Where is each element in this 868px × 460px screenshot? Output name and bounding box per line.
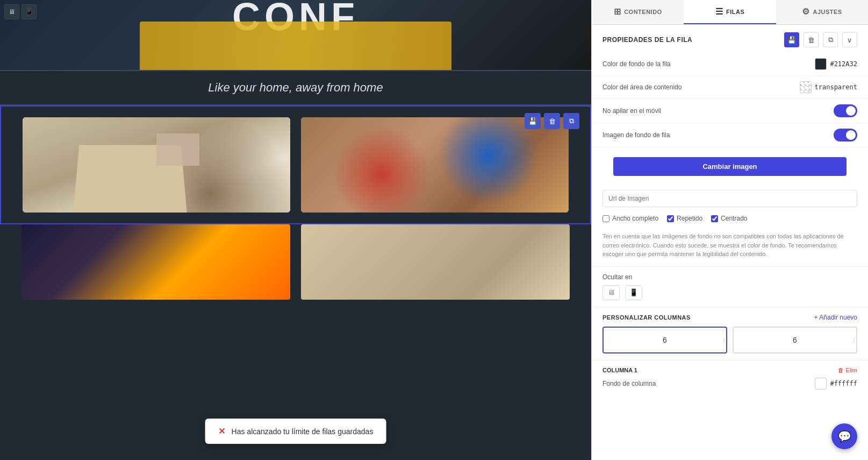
hide-icons: 🖥 📱 (602, 285, 857, 300)
columns-header: PERSONALIZAR COLUMNAS + Añadir nuevo (602, 314, 857, 321)
columna-title: COLUMNA 1 (602, 367, 637, 373)
toast-error-icon: ✕ (218, 426, 225, 436)
tab-filas[interactable]: ☰ FILAS (684, 0, 776, 24)
content-area-value[interactable]: transparent (800, 81, 857, 93)
propiedades-title: PROPIEDADES DE LA FILA (602, 36, 692, 44)
fondo-value[interactable]: #ffffff (815, 378, 857, 390)
row-bg-value[interactable]: #212A32 (815, 58, 857, 70)
ajustes-icon: ⚙ (802, 6, 810, 17)
columns-section: PERSONALIZAR COLUMNAS + Añadir nuevo 6 ⋮… (592, 307, 868, 360)
full-width-checkbox-item[interactable]: Ancho completo (602, 215, 658, 222)
repeated-checkbox-item[interactable]: Repetido (667, 215, 702, 222)
cambiar-imagen-btn[interactable]: Cambiar imagen (613, 157, 847, 176)
fondo-label: Fondo de columna (602, 380, 809, 387)
cambiar-imagen-container: Cambiar imagen (592, 147, 868, 186)
cards-row: Meeting Rooms Lorem ipsum dolor sit amet… (23, 117, 569, 213)
save-action-btn[interactable]: 💾 (784, 32, 799, 47)
eliminar-link[interactable]: 🗑 Elim (838, 367, 857, 373)
no-apilar-label: No apilar en el móvil (602, 107, 828, 115)
url-image-input[interactable] (602, 190, 857, 207)
canvas: 🖥 📱 CONF Like your home, away from home … (0, 0, 591, 460)
centered-label: Centrado (721, 215, 747, 222)
column-drag-1: ⋮ (721, 337, 727, 343)
tab-ajustes-label: AJUSTES (813, 9, 842, 15)
fondo-row: Fondo de columna #ffffff (602, 378, 857, 390)
hide-mobile-btn[interactable]: 📱 (625, 285, 642, 300)
columna-header: COLUMNA 1 🗑 Elim (602, 367, 857, 373)
cards-section: ✛ 💾 🗑 ⧉ Meeting Rooms Lorem ipsum dolor … (0, 105, 591, 224)
tab-contenido-label: CONTENIDO (624, 9, 662, 15)
delete-row-btn[interactable]: 🗑 (544, 113, 560, 129)
fondo-swatch[interactable] (815, 378, 827, 390)
hide-desktop-btn[interactable]: 🖥 (602, 285, 620, 300)
columns-grid: 6 ⋮ 6 ⋮ (602, 327, 857, 353)
no-apilar-prop: No apilar en el móvil (592, 99, 868, 123)
row-bg-swatch[interactable] (815, 58, 827, 70)
toast-notification: ✕ Has alcanzado tu límite de filas guard… (205, 419, 386, 444)
delete-action-btn[interactable]: 🗑 (804, 32, 819, 47)
columna-section: COLUMNA 1 🗑 Elim Fondo de columna #fffff… (592, 360, 868, 396)
tagline-section: Like your home, away from home (0, 70, 591, 105)
toast-text: Has alcanzado tu límite de filas guardad… (232, 427, 374, 436)
hero-car-image (140, 22, 451, 70)
content-area-prop: Color del área de contenido transparent (592, 76, 868, 99)
mobile-view-btn[interactable]: 📱 (21, 4, 37, 19)
content-area-color: transparent (815, 83, 857, 91)
desktop-view-btn[interactable]: 🖥 (4, 4, 19, 19)
filas-icon: ☰ (715, 6, 723, 17)
bottom-section (0, 224, 591, 300)
content-area-label: Color del área de contenido (602, 83, 794, 91)
info-text: Ten en cuenta que las imágenes de fondo … (592, 228, 868, 267)
meeting-rooms-card: Meeting Rooms Lorem ipsum dolor sit amet… (23, 117, 290, 213)
hide-section: Ocultar en 🖥 📱 (592, 267, 868, 307)
row-bg-hex: #212A32 (830, 60, 857, 68)
bg-image-label: Imagen de fondo de fila (602, 131, 828, 139)
right-panel: ⊞ CONTENIDO ☰ FILAS ⚙ AJUSTES PROPIEDADE… (591, 0, 868, 460)
canvas-topbar: 🖥 📱 (4, 4, 37, 19)
content-area-swatch[interactable] (800, 81, 812, 93)
propiedades-header: PROPIEDADES DE LA FILA 💾 🗑 ⧉ ∨ (592, 25, 868, 53)
column-box-1[interactable]: 6 ⋮ (602, 327, 727, 353)
header-actions: 💾 🗑 ⧉ ∨ (784, 32, 857, 47)
panel-content: PROPIEDADES DE LA FILA 💾 🗑 ⧉ ∨ Color de … (592, 25, 868, 460)
panel-tabs: ⊞ CONTENIDO ☰ FILAS ⚙ AJUSTES (592, 0, 868, 25)
eliminar-label: Elim (846, 367, 857, 373)
centered-checkbox-item[interactable]: Centrado (711, 215, 747, 222)
bottom-image-1 (21, 224, 290, 300)
hide-label: Ocultar en (602, 273, 857, 281)
copy-action-btn[interactable]: ⧉ (823, 32, 838, 47)
image-options-row: Ancho completo Repetido Centrado (592, 211, 868, 228)
columns-title: PERSONALIZAR COLUMNAS (602, 314, 691, 321)
collapse-action-btn[interactable]: ∨ (842, 32, 857, 47)
cards-toolbar: 💾 🗑 ⧉ (525, 113, 579, 129)
tab-filas-label: FILAS (726, 9, 744, 15)
coworking-image (301, 117, 569, 213)
column-1-value: 6 (663, 336, 667, 344)
repeated-checkbox[interactable] (667, 215, 674, 222)
full-width-label: Ancho completo (612, 215, 658, 222)
no-apilar-toggle[interactable] (834, 104, 857, 117)
tagline-text: Like your home, away from home (208, 81, 383, 94)
row-bg-prop: Color de fondo de la fila #212A32 (592, 53, 868, 76)
url-input-row (592, 186, 868, 211)
save-row-btn[interactable]: 💾 (525, 113, 541, 129)
repeated-label: Repetido (677, 215, 702, 222)
tab-contenido[interactable]: ⊞ CONTENIDO (592, 0, 684, 24)
coworking-card: Co-Working Lorem ipsum dolor sit amet, c… (301, 117, 569, 213)
copy-row-btn[interactable]: ⧉ (563, 113, 579, 129)
trash-icon-small: 🗑 (838, 367, 844, 373)
column-box-2[interactable]: 6 ⋮ (733, 327, 857, 353)
chat-bubble-btn[interactable]: 💬 (831, 423, 857, 449)
tab-ajustes[interactable]: ⚙ AJUSTES (776, 0, 868, 24)
bottom-image-2 (301, 224, 570, 300)
bg-image-toggle[interactable] (834, 129, 857, 141)
hero-section: CONF (0, 0, 591, 70)
bg-image-prop: Imagen de fondo de fila (592, 123, 868, 147)
fondo-hex: #ffffff (830, 380, 857, 387)
column-2-value: 6 (793, 336, 797, 344)
meeting-rooms-image (23, 117, 290, 213)
centered-checkbox[interactable] (711, 215, 718, 222)
full-width-checkbox[interactable] (602, 215, 609, 222)
add-new-link[interactable]: + Añadir nuevo (814, 314, 857, 321)
row-bg-label: Color de fondo de la fila (602, 60, 809, 68)
